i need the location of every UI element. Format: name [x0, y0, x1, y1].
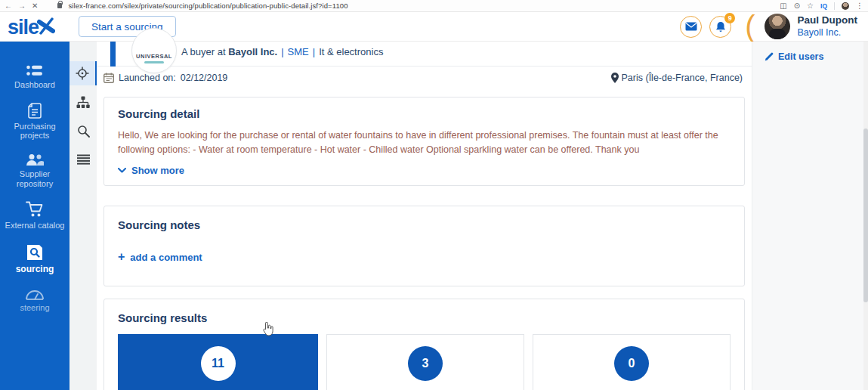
results-stats: 11 Identified companies 3 Replies 0 feat…: [118, 334, 731, 390]
universal-logo: UNIVERSAL: [131, 28, 177, 73]
user-name: Paul Dupont: [798, 14, 858, 26]
sidebar-label: Purchasing projects: [3, 122, 66, 141]
chevron-down-icon: [118, 168, 126, 173]
bell-icon: [715, 21, 726, 32]
sourcing-icon: [26, 243, 44, 262]
tool-sitemap-button[interactable]: [70, 90, 97, 114]
translate-icon[interactable]: ◫: [780, 2, 786, 10]
banner-accent-bar: [110, 42, 116, 67]
sidebar-label: External catalog: [5, 221, 65, 231]
tool-list-button[interactable]: [70, 147, 97, 172]
users-panel: Edit users: [752, 42, 863, 390]
sidebar-label: sourcing: [16, 265, 54, 275]
browser-bar: ← → ✕ silex-france.com/silex/private/sou…: [0, 0, 868, 12]
buyer-company: Bayoll Inc.: [228, 46, 277, 57]
sidebar-item-external-catalog[interactable]: External catalog: [3, 201, 66, 231]
header-divider-paren: (: [745, 14, 755, 39]
location-pin-icon: [611, 73, 619, 83]
buyer-industry: It & electronics: [319, 46, 383, 57]
browser-stop-icon[interactable]: ✕: [32, 2, 38, 10]
location: Paris (Île-de-France, France): [611, 73, 743, 83]
sitemap-icon: [76, 96, 90, 109]
sidebar-item-steering[interactable]: steering: [3, 288, 66, 313]
scrollbar-thumb[interactable]: [863, 128, 868, 302]
universal-logo-text: UNIVERSAL: [136, 53, 172, 60]
sidebar-label: Dashboard: [14, 80, 55, 90]
external-catalog-icon: [26, 201, 44, 218]
silex-logo-star-icon: [37, 17, 55, 35]
browser-forward-icon[interactable]: →: [18, 2, 26, 10]
zoom-icon[interactable]: ⊙: [794, 2, 800, 10]
separator: |: [281, 46, 283, 57]
tool-search-button[interactable]: [70, 119, 97, 143]
address-bar[interactable]: silex-france.com/silex/private/sourcing/…: [68, 2, 348, 10]
plus-icon: +: [118, 252, 125, 262]
buyer-banner: UNIVERSAL A buyer at Bayoll Inc.|SME|It …: [97, 42, 752, 67]
replies-count: 3: [408, 346, 443, 381]
silex-logo-text: sile: [8, 18, 39, 36]
mail-icon: [685, 22, 697, 31]
location-text: Paris (Île-de-France, France): [622, 73, 743, 83]
iq-extension-icon[interactable]: IQ: [820, 2, 827, 10]
featured-card[interactable]: 0 featured: [533, 334, 731, 390]
page-scrollbar[interactable]: [863, 42, 868, 390]
browser-profile-avatar[interactable]: [842, 2, 849, 10]
dashboard-icon: [26, 64, 44, 77]
calendar-icon: [103, 73, 114, 83]
user-avatar[interactable]: [765, 14, 790, 39]
bookmark-star-icon[interactable]: ☆: [807, 2, 814, 10]
tool-target-button[interactable]: [70, 61, 97, 85]
search-icon: [77, 125, 90, 138]
purchasing-projects-icon: [28, 103, 42, 119]
notification-badge: 9: [724, 13, 735, 23]
featured-count: 0: [614, 346, 649, 381]
sourcing-notes-title: Sourcing notes: [118, 218, 731, 231]
notifications-button[interactable]: 9: [709, 16, 731, 38]
sidebar-item-purchasing-projects[interactable]: Purchasing projects: [3, 103, 66, 141]
launched-on: Launched on: 02/12/2019: [103, 73, 227, 83]
steering-icon: [25, 288, 45, 300]
buyer-description: A buyer at Bayoll Inc.|SME|It & electron…: [181, 46, 383, 57]
target-icon: [76, 67, 89, 80]
main-content: UNIVERSAL A buyer at Bayoll Inc.|SME|It …: [97, 42, 752, 390]
universal-logo-tagline: [144, 61, 164, 63]
sidebar-item-supplier-repository[interactable]: Supplier repository: [3, 153, 66, 188]
user-menu[interactable]: Paul Dupont Bayoll Inc.: [798, 14, 858, 38]
edit-users-label: Edit users: [778, 51, 823, 62]
add-comment-link[interactable]: + add a comment: [118, 252, 202, 263]
identified-companies-count: 11: [201, 346, 236, 381]
buyer-size-tag: SME: [288, 46, 309, 57]
sourcing-detail-title: Sourcing detail: [118, 107, 731, 120]
identified-companies-card[interactable]: 11 Identified companies: [118, 334, 318, 390]
launched-label: Launched on:: [119, 73, 176, 83]
sourcing-notes-card: Sourcing notes + add a comment: [103, 206, 745, 286]
sourcing-results-title: Sourcing results: [118, 311, 731, 324]
app-header: sile Start a sourcing 9 (: [0, 12, 868, 42]
ssl-lock-icon: [57, 3, 62, 8]
show-more-label: Show more: [131, 165, 184, 176]
sidebar-label: Supplier repository: [3, 169, 66, 188]
sidebar-item-sourcing[interactable]: sourcing: [3, 243, 66, 275]
pencil-icon: [765, 52, 774, 61]
edit-users-link[interactable]: Edit users: [765, 51, 823, 62]
sourcing-results-card: Sourcing results 11 Identified companies…: [103, 299, 745, 390]
main-sidebar: Dashboard Purchasing projects: [0, 42, 70, 390]
show-more-link[interactable]: Show more: [118, 165, 184, 176]
supplier-repository-icon: [25, 153, 45, 166]
user-company: Bayoll Inc.: [798, 27, 858, 39]
sourcing-detail-card: Sourcing detail Hello, We are looking fo…: [103, 97, 745, 186]
tool-sidebar: [70, 42, 97, 390]
silex-logo[interactable]: sile: [8, 17, 68, 36]
browser-back-icon[interactable]: ←: [5, 2, 12, 10]
list-icon: [77, 154, 90, 165]
divider: [834, 2, 835, 10]
messages-button[interactable]: [680, 16, 702, 38]
sidebar-item-dashboard[interactable]: Dashboard: [3, 64, 66, 90]
separator: |: [313, 46, 315, 57]
screen: ← → ✕ silex-france.com/silex/private/sou…: [0, 0, 868, 390]
sourcing-detail-body: Hello, We are looking for the purchase o…: [118, 128, 731, 158]
browser-menu-icon[interactable]: ⋮: [856, 2, 863, 10]
buyer-prefix: A buyer at: [181, 46, 226, 57]
replies-card[interactable]: 3 Replies: [326, 334, 524, 390]
add-comment-label: add a comment: [130, 252, 202, 263]
